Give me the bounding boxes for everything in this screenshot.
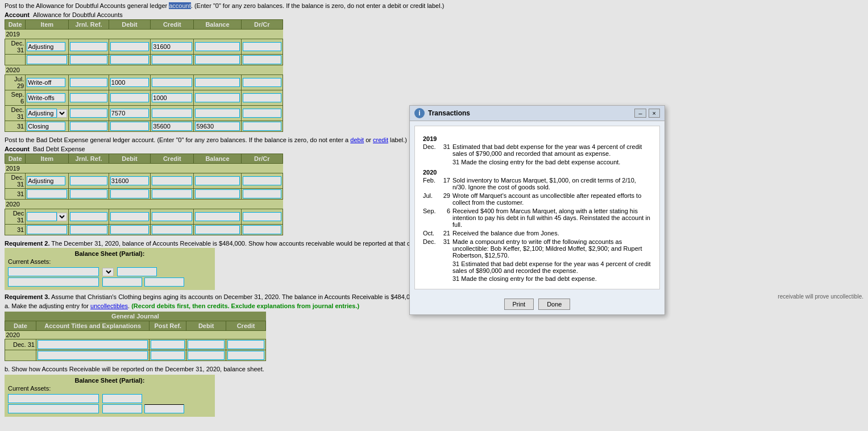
modal-footer: Print Done <box>410 294 665 314</box>
modal-year-2020: 2020 <box>423 169 651 176</box>
trans-desc: Wrote off Marquet's account as uncollect… <box>452 192 651 206</box>
list-item: Sep. 6 Received $400 from Marcus Marquet… <box>423 208 651 228</box>
list-item: 31 Made the closing entry for the bad de… <box>423 275 651 282</box>
modal-titlebar: i Transactions – × <box>410 106 665 121</box>
trans-desc: Estimated that bad debt expense for the … <box>452 143 651 157</box>
trans-desc: Made a compound entry to write off the f… <box>452 238 651 259</box>
trans-desc: Received $400 from Marcus Marquet, along… <box>452 208 651 228</box>
trans-month: Jul. <box>423 192 439 206</box>
trans-day: 31 <box>439 143 452 157</box>
trans-day: 31 <box>439 238 452 259</box>
print-button[interactable]: Print <box>504 299 534 310</box>
trans-day: 29 <box>439 192 452 206</box>
trans-month: Dec. <box>423 238 439 259</box>
list-item: Jul. 29 Wrote off Marquet's account as u… <box>423 192 651 206</box>
trans-month: Dec. <box>423 143 439 157</box>
trans-day: 21 <box>439 230 452 237</box>
trans-month: Sep. <box>423 208 439 228</box>
done-button[interactable]: Done <box>538 299 570 310</box>
modal-year-2019: 2019 <box>423 135 651 142</box>
modal-title-left: i Transactions <box>414 108 470 118</box>
list-item: Feb. 17 Sold inventory to Marcus Marquet… <box>423 177 651 190</box>
modal-title-text: Transactions <box>428 109 470 117</box>
modal-content: 2019 Dec. 31 Estimated that bad debt exp… <box>414 126 660 289</box>
list-item: 31 Estimated that bad debt expense for t… <box>423 260 651 274</box>
trans-desc: Received the balance due from Jones. <box>452 230 651 237</box>
trans-day: 6 <box>439 208 452 228</box>
info-icon: i <box>414 108 425 118</box>
close-button[interactable]: × <box>649 109 660 118</box>
list-item: Oct. 21 Received the balance due from Jo… <box>423 230 651 237</box>
trans-month: Oct. <box>423 230 439 237</box>
modal-controls: – × <box>634 109 660 118</box>
trans-desc: Sold inventory to Marcus Marquet, $1,000… <box>452 177 651 190</box>
minimize-button[interactable]: – <box>634 109 646 118</box>
trans-month: Feb. <box>423 177 439 190</box>
list-item: Dec. 31 Made a compound entry to write o… <box>423 238 651 259</box>
transactions-modal: i Transactions – × 2019 Dec. 31 Estimate… <box>409 105 665 315</box>
trans-day: 17 <box>439 177 452 190</box>
list-item: Dec. 31 Estimated that bad debt expense … <box>423 143 651 157</box>
list-item: 31 Made the closing entry for the bad de… <box>423 159 651 165</box>
